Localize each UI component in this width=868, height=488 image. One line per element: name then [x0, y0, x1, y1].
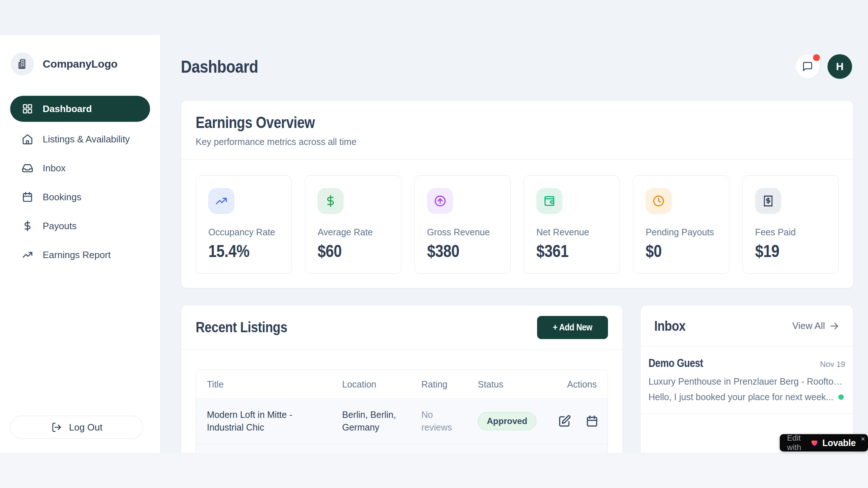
earnings-title: Earnings Overview — [196, 114, 315, 132]
metric-value: $60 — [318, 241, 342, 261]
arrow-up-circle-icon — [427, 188, 453, 214]
lovable-heart-icon — [810, 438, 819, 447]
table-row-partial[interactable] — [196, 444, 608, 453]
company-logo-icon — [11, 52, 34, 76]
metric-net-revenue: Net Revenue $361 — [524, 175, 620, 274]
listings-table: Title Location Rating Status Actions Mod… — [196, 370, 608, 453]
message-preview-row: Hello, I just booked your place for next… — [648, 392, 845, 402]
grid-icon — [22, 103, 33, 115]
recent-listings-title: Recent Listings — [196, 319, 287, 336]
sidebar-item-label: Bookings — [43, 192, 81, 203]
listing-rating: No reviews — [421, 408, 478, 434]
sidebar-item-label: Payouts — [43, 221, 77, 232]
metric-value: $380 — [427, 241, 459, 261]
sidebar-item-label: Earnings Report — [43, 249, 111, 261]
metric-label: Fees Paid — [755, 227, 826, 237]
metric-label: Gross Revenue — [427, 227, 498, 237]
trending-up-icon — [22, 249, 33, 261]
inbox-title: Inbox — [654, 318, 685, 334]
lovable-badge-prefix: Edit with — [787, 433, 807, 452]
sidebar-menu: Dashboard Listings & Availability — [0, 96, 160, 266]
metric-value: $0 — [646, 241, 662, 261]
metric-label: Net Revenue — [536, 227, 607, 237]
message-preview: Hello, I just booked your place for next… — [648, 392, 833, 402]
unread-dot — [838, 394, 844, 400]
trending-up-icon — [208, 188, 234, 214]
metric-value: $361 — [536, 241, 569, 261]
earnings-subtitle: Key performance metrics across all time — [196, 137, 839, 147]
chat-icon — [802, 61, 813, 72]
metric-value: 15.4% — [208, 241, 250, 261]
logout-button[interactable]: Log Out — [10, 416, 143, 439]
view-all-link[interactable]: View All — [792, 320, 839, 331]
add-new-button[interactable]: + Add New — [537, 316, 608, 339]
earnings-overview-card: Earnings Overview Key performance metric… — [181, 100, 854, 288]
dollar-icon — [318, 188, 344, 214]
add-new-label: + Add New — [553, 322, 592, 333]
metric-label: Average Rate — [318, 227, 388, 237]
col-status: Status — [478, 379, 557, 390]
recent-listings-card: Recent Listings + Add New Title Location… — [181, 305, 623, 453]
sidebar-item-bookings[interactable]: Bookings — [10, 185, 150, 209]
house-icon — [22, 133, 33, 145]
app-viewport: CompanyLogo Dashboard — [0, 0, 868, 453]
message-sender: Demo Guest — [648, 357, 703, 370]
sidebar-item-label: Inbox — [43, 163, 66, 174]
calendar-icon — [22, 191, 33, 203]
col-title: Title — [207, 379, 342, 390]
edit-with-lovable-badge[interactable]: Edit with Lovable × — [780, 434, 868, 451]
metric-label: Occupancy Rate — [208, 227, 279, 237]
metric-label: Pending Payouts — [646, 227, 716, 237]
col-actions: Actions — [557, 379, 597, 390]
calendar-icon — [586, 415, 599, 428]
logout-label: Log Out — [69, 422, 103, 433]
sidebar-item-listings[interactable]: Listings & Availability — [10, 128, 150, 151]
metric-average-rate: Average Rate $60 — [305, 175, 401, 274]
bottom-strip — [0, 453, 868, 488]
inbox-icon — [22, 162, 33, 174]
inbox-header: Inbox View All — [641, 305, 853, 347]
inbox-message[interactable]: Demo Guest Nov 19 Luxury Penthouse in Pr… — [641, 347, 853, 414]
receipt-icon — [755, 188, 781, 214]
listing-actions — [557, 414, 599, 428]
logout-icon — [51, 422, 62, 433]
header-actions: H — [796, 54, 852, 79]
sidebar-item-label: Dashboard — [43, 103, 92, 115]
company-logo-text: CompanyLogo — [43, 58, 118, 70]
edit-listing-button[interactable] — [557, 414, 572, 428]
page-title: Dashboard — [181, 56, 258, 77]
logo-row: CompanyLogo — [0, 35, 160, 76]
earnings-card-header: Earnings Overview Key performance metric… — [181, 100, 853, 159]
wallet-icon — [536, 188, 562, 214]
message-date: Nov 19 — [820, 360, 845, 369]
metric-fees-paid: Fees Paid $19 — [743, 175, 839, 274]
view-all-label: View All — [792, 320, 825, 331]
sidebar-item-dashboard[interactable]: Dashboard — [10, 96, 150, 122]
metric-occupancy-rate: Occupancy Rate 15.4% — [196, 175, 292, 274]
listings-table-header: Title Location Rating Status Actions — [196, 370, 608, 398]
lovable-badge-brand: Lovable — [822, 438, 856, 448]
listing-calendar-button[interactable] — [585, 414, 599, 428]
user-avatar[interactable]: H — [827, 54, 852, 79]
sidebar-item-payouts[interactable]: Payouts — [10, 214, 150, 237]
close-icon[interactable]: × — [861, 435, 865, 442]
avatar-initial: H — [836, 61, 844, 73]
arrow-right-icon — [829, 321, 839, 331]
col-location: Location — [342, 379, 421, 390]
sidebar-item-label: Listings & Availability — [43, 134, 130, 145]
listing-status-cell: Approved — [478, 412, 557, 430]
listing-title: Modern Loft in Mitte - Industrial Chic — [207, 408, 342, 434]
status-badge: Approved — [478, 412, 536, 430]
metric-gross-revenue: Gross Revenue $380 — [414, 175, 511, 274]
dollar-icon — [22, 220, 33, 232]
table-row[interactable]: Modern Loft in Mitte - Industrial Chic B… — [196, 398, 608, 444]
listing-location: Berlin, Berlin, Germany — [342, 408, 421, 434]
col-rating: Rating — [421, 379, 478, 390]
sidebar-item-inbox[interactable]: Inbox — [10, 157, 150, 180]
metric-value: $19 — [755, 241, 779, 261]
sidebar: CompanyLogo Dashboard — [0, 35, 161, 453]
notification-dot — [813, 54, 820, 61]
chat-button[interactable] — [796, 55, 820, 78]
metric-pending-payouts: Pending Payouts $0 — [633, 175, 729, 274]
sidebar-item-earnings-report[interactable]: Earnings Report — [10, 243, 150, 266]
